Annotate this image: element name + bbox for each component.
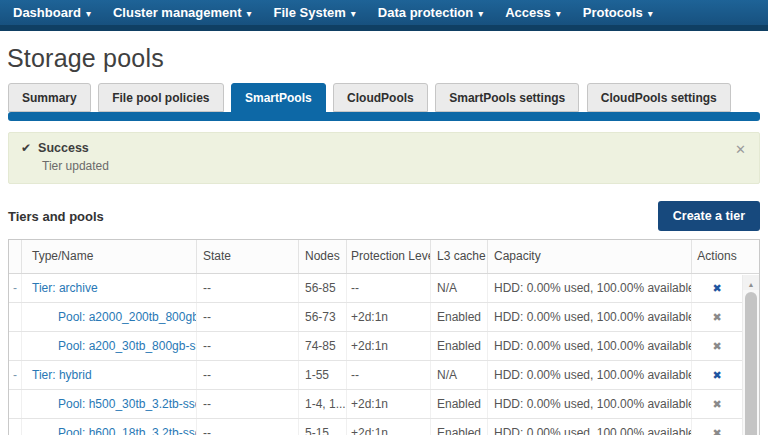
nav-item-label: Access xyxy=(505,5,551,20)
nav-item-dashboard[interactable]: Dashboard ▾ xyxy=(13,5,91,20)
tab-bar: Summary File pool policies SmartPools Cl… xyxy=(8,83,760,121)
table-row: Pool: h600_18tb_3.2tb-ssd_256gb--5-15+2d… xyxy=(9,419,742,435)
remove-icon[interactable]: ✖ xyxy=(712,311,721,323)
l3-cache-cell: Enabled xyxy=(431,332,488,360)
close-icon[interactable]: ✕ xyxy=(735,142,746,157)
nodes-cell: 56-73 xyxy=(299,303,347,331)
tab-smartpools-settings[interactable]: SmartPools settings xyxy=(435,83,579,112)
remove-icon[interactable]: ✖ xyxy=(712,427,721,435)
scroll-up-button[interactable]: ▲ xyxy=(743,275,759,290)
alert-message: Tier updated xyxy=(42,159,747,173)
capacity-cell: HDD: 0.00% used, 100.00% available xyxy=(488,419,692,435)
scroll-thumb[interactable] xyxy=(745,292,757,435)
remove-icon[interactable]: ✖ xyxy=(712,340,721,352)
collapse-icon[interactable]: - xyxy=(13,281,17,295)
table-row: -Tier: archive--56-85--N/AHDD: 0.00% use… xyxy=(9,274,742,303)
pool-link[interactable]: Pool: a200_30tb_800gb-ssd_16gb xyxy=(58,339,197,353)
capacity-cell: HDD: 0.00% used, 100.00% available xyxy=(488,390,692,418)
protection-level-cell: -- xyxy=(347,274,431,302)
state-cell: -- xyxy=(197,274,299,302)
create-tier-button[interactable]: Create a tier xyxy=(658,201,760,231)
column-header-protection-level: Protection Level xyxy=(347,240,431,273)
nav-item-label: Data protection xyxy=(378,5,473,20)
l3-cache-cell: Enabled xyxy=(431,419,488,435)
section-title: Tiers and pools xyxy=(8,209,104,224)
active-tab-underline xyxy=(8,112,760,121)
pool-link[interactable]: Pool: a2000_200tb_800gb-ssd_16gb xyxy=(58,310,197,324)
tab-cloudpools[interactable]: CloudPools xyxy=(333,83,428,112)
tier-link[interactable]: Tier: archive xyxy=(32,281,98,295)
pool-link[interactable]: Pool: h500_30tb_3.2tb-ssd_128gb xyxy=(58,397,197,411)
tab-file-pool-policies[interactable]: File pool policies xyxy=(98,83,223,112)
chevron-down-icon: ▾ xyxy=(648,8,653,19)
protection-level-cell: +2d:1n xyxy=(347,390,431,418)
l3-cache-cell: Enabled xyxy=(431,390,488,418)
chevron-down-icon: ▾ xyxy=(478,8,483,19)
capacity-cell: HDD: 0.00% used, 100.00% available xyxy=(488,274,692,302)
table-header: Type/Name State Nodes Protection Level L… xyxy=(9,240,759,274)
scroll-up-icon: ▲ xyxy=(748,281,755,288)
success-alert: ✔ Success Tier updated ✕ xyxy=(8,132,760,184)
state-cell: -- xyxy=(197,303,299,331)
capacity-cell: HDD: 0.00% used, 100.00% available xyxy=(488,361,692,389)
expand-column-header xyxy=(9,240,22,273)
capacity-cell: HDD: 0.00% used, 100.00% available xyxy=(488,303,692,331)
column-header-type-name: Type/Name xyxy=(22,240,197,273)
remove-icon[interactable]: ✖ xyxy=(712,369,721,381)
column-header-capacity: Capacity xyxy=(488,240,692,273)
check-icon: ✔ xyxy=(21,141,31,155)
state-cell: -- xyxy=(197,332,299,360)
alert-title: Success xyxy=(38,141,89,155)
nodes-cell: 5-15 xyxy=(299,419,347,435)
protection-level-cell: +2d:1n xyxy=(347,332,431,360)
nav-item-protocols[interactable]: Protocols ▾ xyxy=(583,5,653,20)
state-cell: -- xyxy=(197,419,299,435)
table-scrollbar[interactable]: ▲ xyxy=(742,275,759,435)
nav-item-label: Protocols xyxy=(583,5,643,20)
chevron-down-icon: ▾ xyxy=(86,8,91,19)
nodes-cell: 1-4, 1... xyxy=(299,390,347,418)
page-title: Storage pools xyxy=(7,44,768,73)
column-header-state: State xyxy=(197,240,299,273)
state-cell: -- xyxy=(197,361,299,389)
protection-level-cell: +2d:1n xyxy=(347,419,431,435)
remove-icon[interactable]: ✖ xyxy=(712,398,721,410)
top-navbar: Dashboard ▾ Cluster management ▾ File Sy… xyxy=(0,0,768,31)
chevron-down-icon: ▾ xyxy=(556,8,561,19)
nav-item-cluster-management[interactable]: Cluster management ▾ xyxy=(113,5,252,20)
chevron-down-icon: ▾ xyxy=(351,8,356,19)
tab-smartpools[interactable]: SmartPools xyxy=(231,83,326,121)
nav-item-file-system[interactable]: File System ▾ xyxy=(274,5,356,20)
protection-level-cell: -- xyxy=(347,361,431,389)
l3-cache-cell: N/A xyxy=(431,274,488,302)
chevron-down-icon: ▾ xyxy=(247,8,252,19)
tab-cloudpools-settings[interactable]: CloudPools settings xyxy=(587,83,731,112)
table-row: Pool: a2000_200tb_800gb-ssd_16gb--56-73+… xyxy=(9,303,742,332)
nav-item-data-protection[interactable]: Data protection ▾ xyxy=(378,5,483,20)
nav-item-label: Dashboard xyxy=(13,5,81,20)
table-row: Pool: a200_30tb_800gb-ssd_16gb--74-85+2d… xyxy=(9,332,742,361)
nodes-cell: 74-85 xyxy=(299,332,347,360)
table-row: -Tier: hybrid--1-55--N/AHDD: 0.00% used,… xyxy=(9,361,742,390)
remove-icon[interactable]: ✖ xyxy=(712,282,721,294)
l3-cache-cell: N/A xyxy=(431,361,488,389)
column-header-l3-cache: L3 cache xyxy=(431,240,488,273)
l3-cache-cell: Enabled xyxy=(431,303,488,331)
nav-item-label: Cluster management xyxy=(113,5,242,20)
nav-item-label: File System xyxy=(274,5,346,20)
tab-summary[interactable]: Summary xyxy=(8,83,91,112)
pool-link[interactable]: Pool: h600_18tb_3.2tb-ssd_256gb xyxy=(58,426,197,435)
tiers-pools-table: Type/Name State Nodes Protection Level L… xyxy=(8,239,760,435)
column-header-nodes: Nodes xyxy=(299,240,347,273)
tier-link[interactable]: Tier: hybrid xyxy=(32,368,92,382)
nodes-cell: 56-85 xyxy=(299,274,347,302)
capacity-cell: HDD: 0.00% used, 100.00% available xyxy=(488,332,692,360)
section-header: Tiers and pools Create a tier xyxy=(8,201,760,231)
column-header-actions: Actions xyxy=(692,240,742,273)
nodes-cell: 1-55 xyxy=(299,361,347,389)
table-row: Pool: h500_30tb_3.2tb-ssd_128gb--1-4, 1.… xyxy=(9,390,742,419)
nav-item-access[interactable]: Access ▾ xyxy=(505,5,561,20)
state-cell: -- xyxy=(197,390,299,418)
collapse-icon[interactable]: - xyxy=(13,368,17,382)
protection-level-cell: +2d:1n xyxy=(347,303,431,331)
